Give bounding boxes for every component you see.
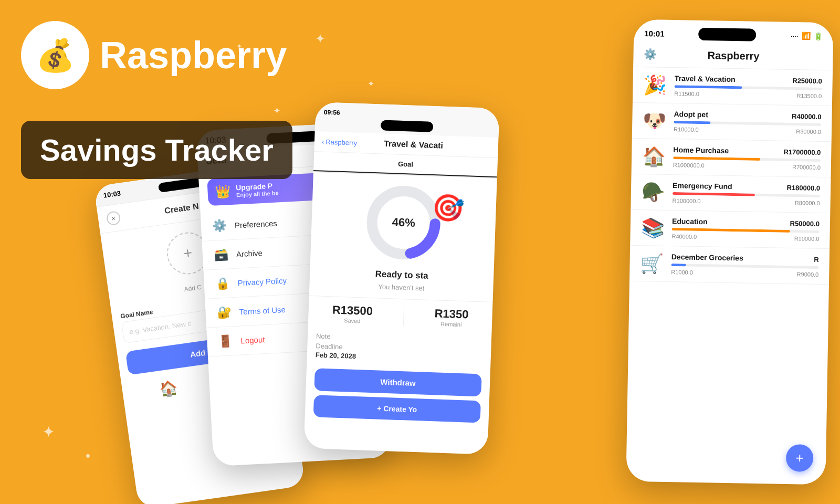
goal-target: R25000.0: [792, 77, 822, 85]
goal-target: R1700000.0: [783, 148, 821, 156]
saved-amount: R13500: [332, 303, 373, 318]
remaining-amount: R1350: [434, 307, 469, 321]
goal-info: Education R50000.0 R40000.0 R10000.0: [671, 217, 820, 242]
goal-saved: R10000.0: [674, 126, 699, 133]
goal-progress-bar: [673, 192, 820, 197]
phone1-time: 10:03: [103, 189, 121, 199]
phone4-status-icons: ···· 📶 🔋: [791, 32, 823, 40]
goal-list-item[interactable]: 📚 Education R50000.0 R40000.0 R10000.0: [630, 210, 830, 249]
add-goal-fab[interactable]: +: [786, 444, 814, 472]
privacy-icon: 🔒: [214, 276, 230, 291]
goals-list: 🎉 Travel & Vacation R25000.0 R11500.0 R1…: [629, 67, 833, 285]
phone-goal-detail: 09:56 ‹ Raspberry Travel & Vacati Goal 4…: [304, 102, 500, 455]
archive-icon: 🗃️: [213, 247, 229, 262]
battery-icon: 🔋: [814, 32, 823, 40]
logout-label: Logout: [240, 335, 265, 345]
goal-info: Home Purchase R1700000.0 R1000000.0 R700…: [673, 145, 821, 171]
goal-progress-bar: [671, 264, 819, 269]
goal-name: Emergency Fund: [673, 181, 732, 191]
archive-label: Archive: [236, 248, 262, 259]
goal-name: Travel & Vacation: [675, 74, 736, 83]
goal-progress-fill: [672, 228, 790, 233]
phone3-title: Travel & Vacati: [384, 139, 444, 151]
fab-plus-icon: +: [795, 450, 804, 466]
goal-sub: R1000000.0 R700000.0: [673, 162, 821, 171]
savings-badge: Savings Tracker: [21, 121, 292, 179]
logout-icon: 🚪: [217, 334, 234, 349]
goal-sub: R100000.0 R80000.0: [673, 197, 820, 206]
home-icon: 🏠: [159, 379, 179, 399]
donut-chart-container: 46% 🎯: [310, 172, 497, 273]
goal-info: December Groceries R R1000.0 R9000.0: [671, 253, 819, 278]
goal-target: R180000.0: [786, 183, 820, 192]
terms-icon: 🔐: [216, 305, 232, 320]
donut-percent: 46%: [392, 215, 415, 230]
goal-sub: R1000.0 R9000.0: [671, 269, 818, 278]
goal-target: R50000.0: [790, 219, 820, 227]
goal-info: Travel & Vacation R25000.0 R11500.0 R135…: [674, 74, 822, 99]
goal-progress-bar: [674, 121, 821, 126]
back-label: Raspberry: [326, 138, 357, 146]
target-icon: 🎯: [432, 192, 465, 224]
back-chevron: ‹: [322, 138, 324, 145]
goal-progress-fill: [674, 85, 742, 89]
goal-sub: R11500.0 R13500.0: [674, 90, 822, 99]
withdraw-button[interactable]: Withdraw: [314, 368, 481, 396]
goal-name: Home Purchase: [673, 145, 729, 155]
goal-remaining: R10000.0: [794, 235, 820, 242]
create-button[interactable]: + Create Yo: [313, 395, 481, 423]
goal-progress-bar: [672, 228, 820, 233]
goal-remaining: R700000.0: [792, 164, 821, 171]
goal-remaining: R30000.0: [796, 128, 821, 135]
goal-emoji: 🪖: [642, 181, 666, 204]
preferences-icon: ⚙️: [211, 218, 227, 233]
goal-saved: R1000.0: [671, 269, 693, 276]
phone4-time: 10:01: [644, 29, 665, 38]
phone4-title: Raspberry: [707, 49, 759, 62]
toggle-icon[interactable]: ⚙️: [644, 48, 657, 60]
goal-progress-bar: [673, 156, 821, 162]
preferences-label: Preferences: [235, 218, 278, 229]
goal-emoji: 📚: [640, 217, 665, 239]
back-button[interactable]: ‹ Raspberry: [322, 138, 358, 146]
goal-info: Adopt pet R40000.0 R10000.0 R30000.0: [674, 110, 822, 135]
goal-name: December Groceries: [671, 253, 743, 262]
goal-remaining: R80000.0: [795, 200, 820, 206]
goal-progress-fill: [673, 192, 755, 196]
remaining-label: Remaini: [434, 320, 468, 328]
phone4-header: 10:01 ···· 📶 🔋: [634, 19, 834, 47]
goal-emoji: 🎉: [643, 74, 667, 97]
terms-label: Terms of Use: [239, 304, 286, 316]
goal-list-item[interactable]: 🛒 December Groceries R R1000.0 R9000.0: [629, 246, 830, 285]
goal-saved: R100000.0: [673, 197, 701, 204]
goal-sub: R40000.0 R10000.0: [671, 233, 819, 242]
goal-progress-fill: [673, 156, 760, 161]
goal-list-item[interactable]: 🎉 Travel & Vacation R25000.0 R11500.0 R1…: [633, 67, 833, 107]
phone-goals-list: 10:01 ···· 📶 🔋 ⚙️ Raspberry 🎉 Travel & V…: [626, 19, 833, 485]
goal-list-item[interactable]: 🐶 Adopt pet R40000.0 R10000.0 R30000.0: [632, 103, 832, 142]
savings-badge-text: Savings Tracker: [40, 132, 274, 167]
phone4-notch: [698, 28, 756, 41]
goal-remaining: R9000.0: [797, 271, 819, 278]
goal-sub: R10000.0 R30000.0: [674, 126, 821, 135]
goal-remaining: R13500.0: [796, 92, 822, 99]
goal-progress-fill: [674, 121, 710, 124]
goal-target: R40000.0: [792, 112, 822, 121]
signal-icon: ····: [791, 32, 799, 40]
goal-saved: R11500.0: [674, 90, 699, 97]
goal-list-item[interactable]: 🏠 Home Purchase R1700000.0 R1000000.0 R7…: [632, 139, 832, 178]
goal-progress-bar: [674, 85, 822, 90]
phone3-notch: [381, 120, 434, 132]
goal-emoji: 🛒: [640, 253, 664, 275]
goal-saved: R1000000.0: [673, 162, 705, 169]
goal-name: Adopt pet: [674, 110, 708, 119]
goal-saved: R40000.0: [671, 233, 697, 240]
phone4-screen-header: ⚙️ Raspberry: [633, 44, 833, 71]
upgrade-text: Upgrade P Enjoy all the be: [236, 181, 279, 198]
close-button[interactable]: ×: [106, 211, 121, 226]
goal-target: R: [814, 255, 819, 263]
remaining-col: R1350 Remaini: [434, 307, 469, 328]
create-title: Create N: [164, 202, 200, 216]
plus-icon: +: [183, 245, 194, 262]
goal-list-item[interactable]: 🪖 Emergency Fund R180000.0 R100000.0 R80…: [631, 174, 831, 214]
